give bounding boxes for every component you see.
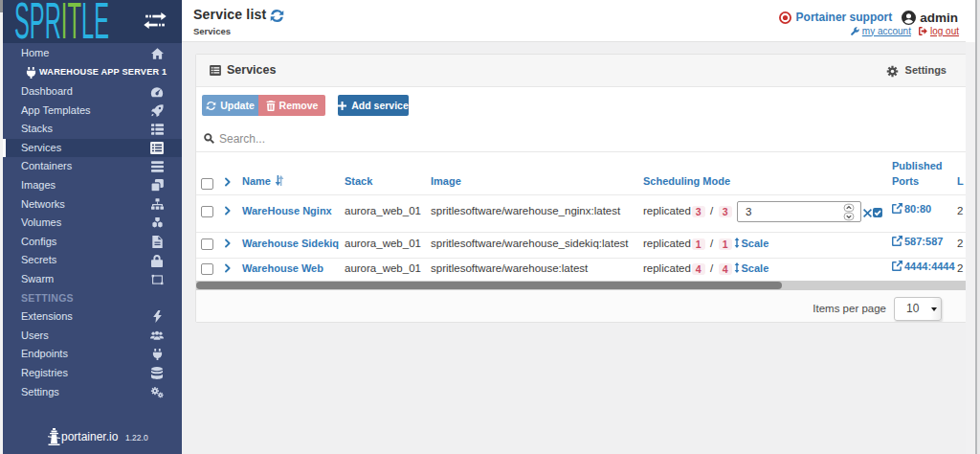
svg-text:SPRITLE: SPRITLE: [14, 0, 109, 43]
